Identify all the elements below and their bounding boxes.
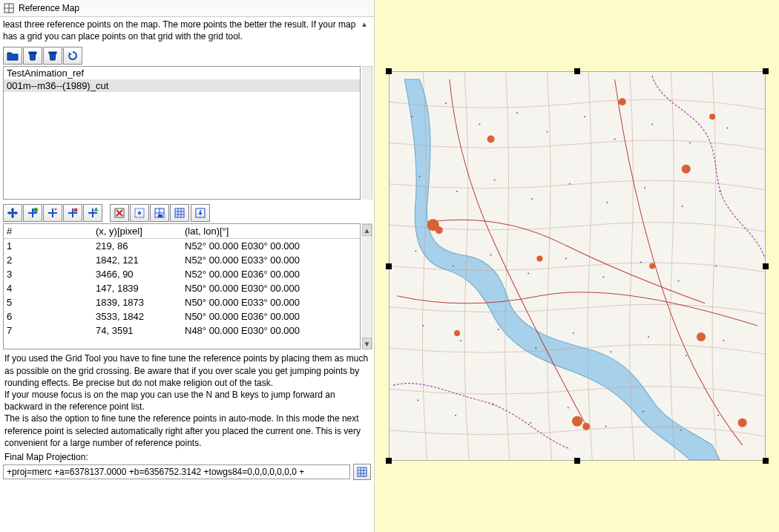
svg-point-64	[531, 198, 533, 200]
grid-button-1[interactable]	[150, 204, 169, 222]
resize-handle[interactable]	[386, 458, 392, 464]
scroll-up-arrow[interactable]: ▲	[358, 19, 371, 42]
delete-point-button[interactable]	[63, 204, 82, 222]
svg-point-68	[681, 206, 683, 207]
svg-point-52	[444, 102, 446, 104]
svg-point-46	[618, 98, 625, 105]
resize-handle[interactable]	[574, 68, 580, 74]
svg-point-67	[644, 187, 645, 188]
col-header-index: #	[4, 224, 93, 238]
table-header: # (x, y)[pixel] (lat, lon)[°]	[4, 224, 360, 239]
reload-button[interactable]	[63, 47, 82, 65]
svg-point-44	[487, 135, 494, 142]
help-text-top: least three reference points on the map.…	[3, 19, 358, 42]
cell-xy: 219, 86	[93, 239, 182, 253]
points-table[interactable]: # (x, y)[pixel] (lat, lon)[°] 1219, 86N5…	[3, 223, 361, 349]
table-row[interactable]: 51839, 1873N50° 00.000 E033° 00.000	[4, 295, 360, 309]
resize-handle[interactable]	[763, 263, 769, 269]
svg-point-39	[435, 226, 442, 234]
resize-handle[interactable]	[763, 68, 769, 74]
cell-index: 4	[4, 281, 93, 295]
cell-xy: 74, 3591	[93, 324, 182, 338]
cell-index: 2	[4, 253, 93, 267]
svg-point-84	[610, 351, 611, 352]
scroll-down-icon[interactable]: ▼	[362, 338, 372, 349]
svg-point-71	[453, 265, 454, 266]
points-toolbar: A	[0, 203, 374, 223]
scroll-up-icon[interactable]: ▲	[362, 224, 372, 236]
svg-point-7	[33, 208, 38, 212]
svg-point-57	[614, 139, 615, 140]
svg-point-73	[527, 273, 529, 275]
table-scrollbar[interactable]: ▲ ▼	[362, 223, 372, 349]
svg-point-72	[490, 254, 491, 255]
table-row[interactable]: 4147, 1839N50° 00.000 E030° 00.000	[4, 281, 360, 295]
svg-point-79	[422, 325, 424, 326]
svg-point-41	[571, 416, 582, 427]
auto-point-button[interactable]: A	[83, 204, 102, 222]
svg-point-40	[681, 165, 690, 174]
svg-rect-4	[49, 52, 56, 53]
svg-point-55	[546, 131, 548, 132]
resize-handle[interactable]	[386, 68, 392, 74]
cell-latlon: N52° 00.000 E033° 00.000	[182, 253, 360, 267]
col-header-latlon: (lat, lon)[°]	[182, 224, 360, 238]
cell-xy: 147, 1839	[93, 281, 182, 295]
svg-point-82	[535, 347, 536, 349]
refmap-icon	[3, 2, 15, 14]
panel-scrollbar[interactable]	[362, 66, 372, 200]
sort-button[interactable]	[191, 204, 210, 222]
cell-index: 6	[4, 309, 93, 324]
move-point-button[interactable]	[43, 204, 62, 222]
cell-xy: 1839, 1873	[93, 295, 182, 309]
svg-point-51	[411, 116, 412, 117]
help-text-bottom: If you used the Grid Tool you have to fi…	[0, 349, 374, 449]
cell-latlon: N52° 00.000 E030° 00.000	[182, 239, 360, 253]
svg-point-62	[456, 191, 458, 192]
map-image[interactable]	[389, 71, 766, 461]
file-list[interactable]: TestAnimation_ref 001m--m36--(1989)_cut	[3, 66, 361, 200]
clear-point-button[interactable]	[110, 204, 129, 222]
resize-handle[interactable]	[574, 458, 580, 464]
projection-label: Final Map Projection:	[0, 449, 374, 462]
svg-point-61	[418, 176, 420, 177]
cell-index: 1	[4, 239, 93, 253]
svg-point-21	[138, 211, 141, 214]
svg-point-47	[536, 255, 542, 261]
select-area-button[interactable]	[130, 204, 149, 222]
table-row[interactable]: 1219, 86N52° 00.000 E030° 00.000	[4, 239, 360, 253]
projection-input[interactable]	[3, 464, 350, 479]
svg-point-96	[717, 415, 719, 416]
svg-rect-3	[29, 52, 36, 53]
svg-rect-32	[358, 467, 367, 476]
table-row[interactable]: 33466, 90N52° 00.000 E036° 00.000	[4, 267, 360, 281]
cell-latlon: N48° 00.000 E030° 00.000	[182, 324, 360, 338]
map-area[interactable]	[389, 71, 766, 461]
table-row[interactable]: 63533, 1842N50° 00.000 E036° 00.000	[4, 309, 360, 324]
add-point-button[interactable]	[23, 204, 42, 222]
file-item[interactable]: TestAnimation_ref	[4, 67, 360, 79]
projection-grid-button[interactable]	[353, 464, 371, 480]
trash-button-2[interactable]	[43, 47, 62, 65]
svg-point-74	[565, 257, 566, 259]
cell-index: 3	[4, 267, 93, 281]
table-row[interactable]: 774, 3591N48° 00.000 E030° 00.000	[4, 324, 360, 338]
cell-xy: 3533, 1842	[93, 309, 182, 324]
svg-point-59	[688, 142, 690, 144]
svg-point-86	[685, 355, 686, 356]
trash-button-1[interactable]	[23, 47, 42, 65]
table-row[interactable]: 21842, 121N52° 00.000 E033° 00.000	[4, 253, 360, 267]
resize-handle[interactable]	[763, 458, 769, 464]
file-item[interactable]: 001m--m36--(1989)_cut	[4, 79, 360, 92]
svg-point-43	[696, 332, 705, 341]
left-panel: Reference Map least three reference poin…	[0, 0, 375, 532]
svg-point-91	[530, 422, 531, 424]
svg-point-89	[455, 415, 456, 416]
open-folder-button[interactable]	[3, 47, 22, 65]
resize-handle[interactable]	[386, 263, 392, 269]
grid-button-2[interactable]	[170, 204, 189, 222]
svg-point-90	[492, 404, 493, 405]
svg-point-58	[651, 123, 653, 125]
cell-xy: 3466, 90	[93, 267, 182, 281]
move-tool-button[interactable]	[3, 204, 22, 222]
